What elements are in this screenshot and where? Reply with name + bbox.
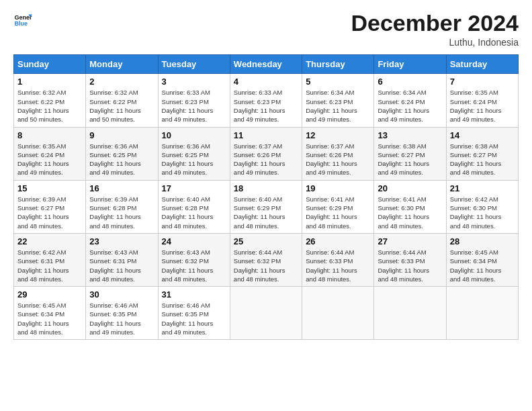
day-info: Sunrise: 6:45 AM Sunset: 6:34 PM Dayligh… [17,301,82,336]
calendar-cell: 4Sunrise: 6:33 AM Sunset: 6:23 PM Daylig… [230,74,302,127]
logo: General Blue [13,11,32,30]
day-number: 20 [378,183,442,193]
calendar-cell: 9Sunrise: 6:36 AM Sunset: 6:25 PM Daylig… [86,127,158,180]
day-number: 2 [89,77,154,87]
day-number: 15 [17,183,82,193]
header-thursday: Thursday [302,55,374,74]
calendar-cell: 2Sunrise: 6:32 AM Sunset: 6:22 PM Daylig… [86,74,158,127]
calendar-cell: 25Sunrise: 6:44 AM Sunset: 6:32 PM Dayli… [230,233,302,286]
day-info: Sunrise: 6:37 AM Sunset: 6:26 PM Dayligh… [306,142,370,177]
day-info: Sunrise: 6:44 AM Sunset: 6:32 PM Dayligh… [234,248,298,283]
calendar-cell: 29Sunrise: 6:45 AM Sunset: 6:34 PM Dayli… [14,287,86,340]
calendar-table: Sunday Monday Tuesday Wednesday Thursday… [13,54,519,340]
calendar-cell: 18Sunrise: 6:40 AM Sunset: 6:29 PM Dayli… [230,180,302,233]
title-block: December 2024 Luthu, Indonesia [351,11,519,48]
day-number: 31 [162,289,226,300]
day-info: Sunrise: 6:34 AM Sunset: 6:24 PM Dayligh… [378,88,442,124]
location: Luthu, Indonesia [351,37,519,48]
calendar-cell: 11Sunrise: 6:37 AM Sunset: 6:26 PM Dayli… [230,127,302,180]
calendar-cell: 14Sunrise: 6:38 AM Sunset: 6:27 PM Dayli… [446,127,518,180]
calendar-cell [302,287,374,340]
day-number: 16 [89,183,154,193]
calendar-cell: 21Sunrise: 6:42 AM Sunset: 6:30 PM Dayli… [446,180,518,233]
calendar-cell: 15Sunrise: 6:39 AM Sunset: 6:27 PM Dayli… [14,180,86,233]
day-info: Sunrise: 6:42 AM Sunset: 6:30 PM Dayligh… [450,195,515,230]
day-number: 11 [234,130,298,140]
calendar-week-row-2: 15Sunrise: 6:39 AM Sunset: 6:27 PM Dayli… [14,180,519,233]
day-number: 8 [17,130,82,140]
day-info: Sunrise: 6:35 AM Sunset: 6:24 PM Dayligh… [17,142,82,177]
calendar-week-row-1: 8Sunrise: 6:35 AM Sunset: 6:24 PM Daylig… [14,127,519,180]
day-info: Sunrise: 6:34 AM Sunset: 6:23 PM Dayligh… [306,88,370,124]
day-number: 19 [306,183,370,193]
day-info: Sunrise: 6:43 AM Sunset: 6:31 PM Dayligh… [89,248,154,283]
day-number: 22 [17,236,82,246]
calendar-week-row-4: 29Sunrise: 6:45 AM Sunset: 6:34 PM Dayli… [14,287,519,340]
day-info: Sunrise: 6:46 AM Sunset: 6:35 PM Dayligh… [162,301,226,336]
header-tuesday: Tuesday [158,55,230,74]
day-number: 6 [378,77,442,87]
day-info: Sunrise: 6:36 AM Sunset: 6:25 PM Dayligh… [162,142,226,177]
day-number: 17 [162,183,226,193]
day-number: 29 [17,289,82,300]
day-info: Sunrise: 6:42 AM Sunset: 6:31 PM Dayligh… [17,248,82,283]
day-number: 30 [89,289,154,300]
calendar-cell: 10Sunrise: 6:36 AM Sunset: 6:25 PM Dayli… [158,127,230,180]
day-info: Sunrise: 6:38 AM Sunset: 6:27 PM Dayligh… [450,142,515,177]
header-wednesday: Wednesday [230,55,302,74]
day-info: Sunrise: 6:37 AM Sunset: 6:26 PM Dayligh… [234,142,298,177]
header-saturday: Saturday [446,55,518,74]
day-info: Sunrise: 6:40 AM Sunset: 6:29 PM Dayligh… [234,195,298,230]
calendar-cell: 6Sunrise: 6:34 AM Sunset: 6:24 PM Daylig… [374,74,446,127]
calendar-cell: 1Sunrise: 6:32 AM Sunset: 6:22 PM Daylig… [14,74,86,127]
calendar-week-row-0: 1Sunrise: 6:32 AM Sunset: 6:22 PM Daylig… [14,74,519,127]
calendar-cell: 22Sunrise: 6:42 AM Sunset: 6:31 PM Dayli… [14,233,86,286]
calendar-week-row-3: 22Sunrise: 6:42 AM Sunset: 6:31 PM Dayli… [14,233,519,286]
day-info: Sunrise: 6:46 AM Sunset: 6:35 PM Dayligh… [89,301,154,336]
day-info: Sunrise: 6:38 AM Sunset: 6:27 PM Dayligh… [378,142,442,177]
calendar-header-row: Sunday Monday Tuesday Wednesday Thursday… [14,55,519,74]
day-info: Sunrise: 6:40 AM Sunset: 6:28 PM Dayligh… [162,195,226,230]
calendar-cell: 20Sunrise: 6:41 AM Sunset: 6:30 PM Dayli… [374,180,446,233]
day-info: Sunrise: 6:44 AM Sunset: 6:33 PM Dayligh… [378,248,442,283]
calendar-cell: 17Sunrise: 6:40 AM Sunset: 6:28 PM Dayli… [158,180,230,233]
calendar-cell: 8Sunrise: 6:35 AM Sunset: 6:24 PM Daylig… [14,127,86,180]
day-number: 3 [162,77,226,87]
day-info: Sunrise: 6:39 AM Sunset: 6:27 PM Dayligh… [17,195,82,230]
day-number: 1 [17,77,82,87]
day-info: Sunrise: 6:33 AM Sunset: 6:23 PM Dayligh… [234,88,298,124]
calendar-cell [230,287,302,340]
svg-text:Blue: Blue [14,20,28,27]
calendar-cell: 16Sunrise: 6:39 AM Sunset: 6:28 PM Dayli… [86,180,158,233]
day-info: Sunrise: 6:45 AM Sunset: 6:34 PM Dayligh… [450,248,515,283]
day-number: 13 [378,130,442,140]
calendar-cell: 31Sunrise: 6:46 AM Sunset: 6:35 PM Dayli… [158,287,230,340]
day-number: 23 [89,236,154,246]
day-info: Sunrise: 6:41 AM Sunset: 6:30 PM Dayligh… [378,195,442,230]
calendar-cell: 5Sunrise: 6:34 AM Sunset: 6:23 PM Daylig… [302,74,374,127]
header-monday: Monday [86,55,158,74]
day-info: Sunrise: 6:32 AM Sunset: 6:22 PM Dayligh… [17,88,82,124]
logo-icon: General Blue [13,11,32,30]
day-info: Sunrise: 6:41 AM Sunset: 6:29 PM Dayligh… [306,195,370,230]
day-number: 24 [162,236,226,246]
page: General Blue December 2024 Luthu, Indone… [0,0,532,411]
header-friday: Friday [374,55,446,74]
header: General Blue December 2024 Luthu, Indone… [13,11,519,48]
day-info: Sunrise: 6:43 AM Sunset: 6:32 PM Dayligh… [162,248,226,283]
calendar-cell: 30Sunrise: 6:46 AM Sunset: 6:35 PM Dayli… [86,287,158,340]
day-number: 7 [450,77,515,87]
calendar-cell: 26Sunrise: 6:44 AM Sunset: 6:33 PM Dayli… [302,233,374,286]
header-sunday: Sunday [14,55,86,74]
day-number: 4 [234,77,298,87]
day-info: Sunrise: 6:35 AM Sunset: 6:24 PM Dayligh… [450,88,515,124]
calendar-cell: 23Sunrise: 6:43 AM Sunset: 6:31 PM Dayli… [86,233,158,286]
day-number: 18 [234,183,298,193]
day-info: Sunrise: 6:33 AM Sunset: 6:23 PM Dayligh… [162,88,226,124]
calendar-cell: 3Sunrise: 6:33 AM Sunset: 6:23 PM Daylig… [158,74,230,127]
day-number: 5 [306,77,370,87]
day-number: 9 [89,130,154,140]
day-number: 21 [450,183,515,193]
calendar-cell: 27Sunrise: 6:44 AM Sunset: 6:33 PM Dayli… [374,233,446,286]
calendar-cell: 7Sunrise: 6:35 AM Sunset: 6:24 PM Daylig… [446,74,518,127]
